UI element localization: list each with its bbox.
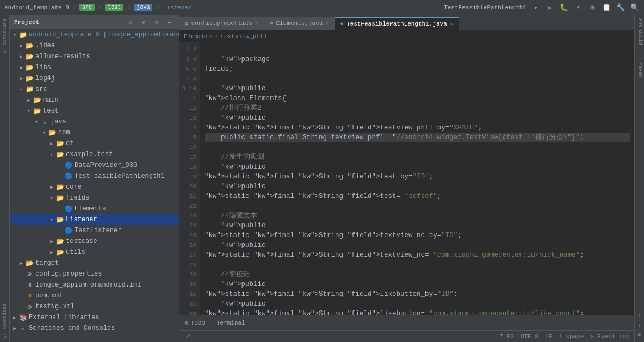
- structure-label[interactable]: 2: Structure: [1, 15, 9, 57]
- panel-icon-2[interactable]: ⊘: [139, 17, 148, 27]
- dropdown-icon[interactable]: ▾: [531, 3, 541, 13]
- search-button[interactable]: 🔍: [630, 3, 640, 13]
- linesep-indicator: LF: [545, 333, 552, 340]
- list-item[interactable]: ▾ 📂 test: [10, 105, 179, 116]
- list-item[interactable]: ▶ 📂 allure-results: [10, 51, 179, 62]
- breadcrumb-elements[interactable]: Elements: [184, 33, 213, 40]
- extlib-label: External Libraries: [29, 314, 100, 321]
- utils-icon: 📂: [55, 248, 64, 257]
- list-item[interactable]: ▾ 📂 com: [10, 127, 179, 138]
- code-editor: 1 2 3 4 5 6 7 8 9 10 11 12 13 14 15 16 1…: [179, 42, 634, 315]
- tab-elements[interactable]: ● Elements.java ✕: [264, 17, 335, 30]
- list-item[interactable]: 🔵 DataProvider_930: [10, 160, 179, 171]
- right-icon-3[interactable]: ≡: [636, 331, 643, 339]
- tree-view[interactable]: ▾ 📁 android_template 9 [longce_appiumfor…: [10, 29, 179, 342]
- maven-label[interactable]: Maven: [635, 59, 644, 80]
- list-item[interactable]: ▶ ✏ Scratches and Consoles: [10, 323, 179, 334]
- main-layout: 2: Structure 1: Favorites Project ⊕ ⊘ ⚙ …: [0, 15, 644, 342]
- right-icon-2[interactable]: ↓: [636, 321, 643, 329]
- top-icon-1[interactable]: 📋: [602, 3, 611, 13]
- event-log[interactable]: ⚡ Event Log: [590, 333, 630, 340]
- tab-todo[interactable]: 6 TODO: [179, 315, 211, 331]
- code-content[interactable]: "kw">package fields; "kw">public "kw">cl…: [200, 42, 634, 315]
- list-item[interactable]: ▶ 📂 core: [10, 182, 179, 192]
- line-numbers: 1 2 3 4 5 6 7 8 9 10 11 12 13 14 15 16 1…: [179, 42, 200, 315]
- breadcrumb: Elements › textview_phfl: [179, 30, 634, 42]
- top-bar-project: android_template 9: [4, 4, 69, 11]
- tab-elements-close[interactable]: ✕: [325, 20, 329, 27]
- settings-button[interactable]: ⚙: [587, 3, 597, 13]
- status-left: ⎇: [184, 333, 191, 340]
- root-arrow: ▾: [11, 32, 18, 38]
- list-item[interactable]: ⚙ config.properties: [10, 269, 179, 279]
- tab-elements-label: Elements.java: [276, 20, 323, 27]
- right-side-icons: ↑ ↓ ≡: [635, 312, 644, 342]
- list-item[interactable]: ▶ 📂 libs: [10, 62, 179, 73]
- testcase-label: testcase: [66, 238, 97, 245]
- list-item[interactable]: ▶ 📂 log4j: [10, 73, 179, 84]
- list-item[interactable]: 🔵 Elements: [10, 203, 179, 214]
- panel-header-icons: ⊕ ⊘ ⚙ —: [126, 17, 175, 27]
- ant-build-label[interactable]: Ant Build: [635, 15, 644, 48]
- iml-icon: m: [25, 281, 34, 289]
- git-icon: ⎇: [184, 333, 191, 340]
- list-item[interactable]: ▾ 📂 fields: [10, 192, 179, 203]
- far-left-panel: 2: Structure 1: Favorites: [0, 15, 10, 342]
- list-item[interactable]: ▾ ☕ java: [10, 116, 179, 127]
- favorites-label[interactable]: 1: Favorites: [1, 300, 9, 342]
- extlib-icon: 📚: [18, 314, 27, 322]
- tab-config-close[interactable]: ✕: [255, 20, 258, 27]
- position-indicator: 7:82: [500, 333, 514, 340]
- status-bar: ⎇ 7:82 UTF-8 LF 1 space ⚡ Event Log: [179, 330, 634, 342]
- libs-label: libs: [35, 64, 51, 71]
- panel-icon-4[interactable]: —: [165, 17, 175, 27]
- tab-config[interactable]: ⚙ config.properties ✕: [179, 17, 264, 30]
- scratch-label: Scratches and Consoles: [29, 325, 115, 332]
- tab-tfpl-close[interactable]: ✕: [450, 21, 453, 27]
- list-item[interactable]: ▶ 📂 dt: [10, 138, 179, 149]
- list-item[interactable]: ▶ 📂 .idea: [10, 40, 179, 51]
- list-item[interactable]: ▶ 📂 testcase: [10, 236, 179, 247]
- run-button[interactable]: ▶: [545, 3, 555, 13]
- coverage-button[interactable]: ⚡: [573, 3, 583, 13]
- top-bar-test: test: [105, 4, 123, 11]
- top-icon-2[interactable]: 🔧: [616, 3, 626, 13]
- target-icon: 📂: [25, 259, 34, 268]
- tab-tfpl[interactable]: ● TestFeasiblePathLength1.java ✕: [335, 17, 459, 30]
- right-icon-1[interactable]: ↑: [636, 312, 643, 319]
- list-item[interactable]: ▾ 📁 src: [10, 84, 179, 95]
- terminal-label: Terminal: [216, 320, 245, 326]
- tree-root[interactable]: ▾ 📁 android_template 9 [longce_appiumfor…: [10, 29, 179, 40]
- elements-label: Elements: [75, 205, 106, 213]
- list-item[interactable]: ▶ 📚 External Libraries: [10, 312, 179, 323]
- panel-icon-1[interactable]: ⊕: [126, 17, 135, 27]
- allure-icon: 📂: [25, 53, 34, 61]
- testcase-icon: 📂: [55, 238, 64, 246]
- tab-config-icon: ⚙: [185, 20, 189, 27]
- list-item[interactable]: ▾ 📂 Listener: [10, 214, 179, 225]
- top-bar-sep1: ›: [72, 4, 76, 11]
- todo-number: 6: [185, 320, 189, 326]
- debug-button[interactable]: 🐛: [559, 3, 569, 13]
- breadcrumb-field[interactable]: textview_phfl: [220, 33, 267, 40]
- panel-icon-3[interactable]: ⚙: [152, 17, 162, 27]
- list-item[interactable]: ▶ 📂 main: [10, 95, 179, 105]
- idea-label: .idea: [35, 42, 55, 49]
- list-item[interactable]: m pom.xml: [10, 290, 179, 301]
- src-label: src: [35, 85, 47, 93]
- list-item[interactable]: ▾ 📂 example.test: [10, 149, 179, 160]
- dp-label: DataProvider_930: [75, 161, 137, 169]
- tab-elements-icon: ●: [270, 20, 274, 27]
- pom-icon: m: [25, 292, 34, 300]
- list-item[interactable]: ⚙ testNg.xml: [10, 301, 179, 312]
- list-item[interactable]: ▶ 📂 utils: [10, 247, 179, 258]
- tab-terminal[interactable]: Terminal: [211, 315, 251, 331]
- top-bar-java: java: [134, 4, 152, 11]
- com-label: com: [58, 129, 70, 136]
- panel-title: Project: [14, 19, 39, 26]
- list-item[interactable]: 🔵 TestFeasiblePathLength1: [10, 171, 179, 182]
- list-item[interactable]: ▶ 📂 target: [10, 258, 179, 269]
- list-item[interactable]: m longce_appiumforandroid.iml: [10, 279, 179, 290]
- list-item[interactable]: 🔵 TestListener: [10, 225, 179, 236]
- com-icon: 📂: [48, 129, 57, 137]
